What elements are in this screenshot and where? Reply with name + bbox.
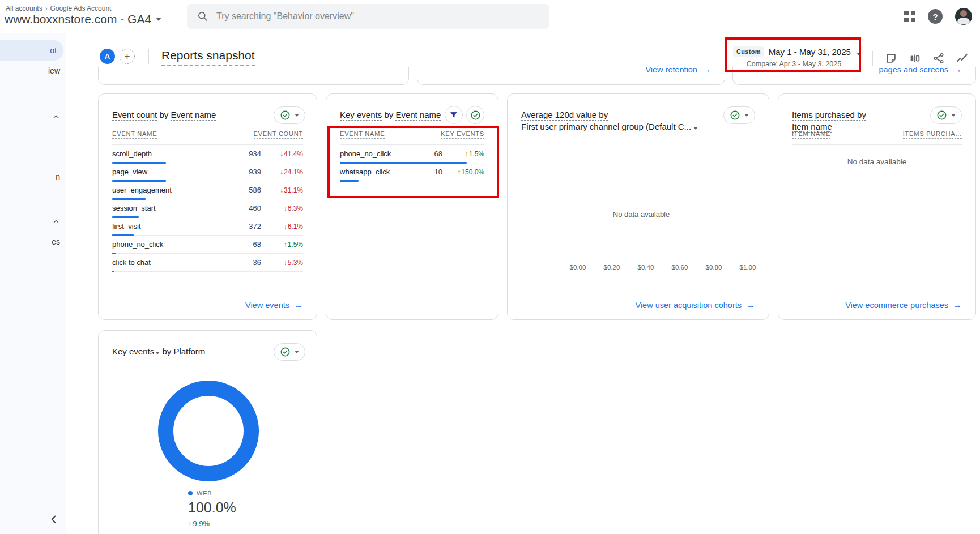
legend-value: 100.0%	[188, 499, 236, 516]
row-event-name: page_view	[112, 168, 232, 176]
table-row: phone_no_click68↑1.5%	[112, 236, 303, 254]
nav-item-user[interactable]: es	[52, 237, 60, 246]
page-title: Reports snapshot	[161, 49, 255, 66]
row-delta-value: 31.1%	[284, 186, 303, 194]
insights-icon[interactable]	[956, 52, 969, 65]
column-header-item-name[interactable]: ITEM NAME	[792, 130, 830, 139]
row-value: 934	[232, 149, 261, 158]
table-row: scroll_depth934↓41.4%	[112, 145, 303, 163]
row-value: 372	[232, 222, 261, 230]
donut-chart	[158, 381, 259, 481]
date-range-picker[interactable]: Custom May 1 - May 31, 2025 Compare: Apr…	[733, 46, 855, 68]
empty-bar-chart: No data available	[508, 137, 769, 260]
no-data-message: No data available	[778, 157, 975, 166]
report-toolbar	[872, 51, 969, 66]
legend-label: WEB	[197, 490, 212, 497]
user-avatar[interactable]	[955, 8, 972, 25]
column-header-key-events[interactable]: KEY EVENTS	[441, 130, 484, 139]
card-items-purchased: Items purchased by Item name ITEM NAME I…	[778, 93, 976, 320]
check-circle-icon	[280, 110, 291, 121]
share-icon[interactable]	[932, 52, 945, 65]
feedback-note-icon[interactable]	[884, 52, 898, 65]
search-bar[interactable]	[187, 4, 549, 29]
row-value: 10	[413, 168, 442, 176]
check-circle-icon	[936, 110, 947, 121]
nav-item-realtime-overview[interactable]: iew	[48, 66, 60, 75]
row-delta: ↓5.3%	[261, 259, 303, 267]
dimension-selector[interactable]: Platform	[173, 347, 205, 357]
metric-selector[interactable]: Items purchased by	[792, 110, 866, 121]
row-event-name: whatsapp_click	[340, 168, 413, 176]
data-quality-pill[interactable]	[930, 106, 962, 124]
dimension-selector[interactable]: Event name	[395, 110, 441, 121]
row-delta-value: 6.3%	[288, 204, 303, 212]
key-events-table: EVENT NAME KEY EVENTS phone_no_click68↑1…	[340, 130, 484, 181]
column-header-event-count[interactable]: EVENT COUNT	[254, 130, 303, 139]
metric-selector[interactable]: Event count	[112, 110, 157, 121]
date-custom-badge: Custom	[733, 46, 764, 57]
data-quality-pill[interactable]	[274, 106, 305, 124]
collapse-section-icon[interactable]	[52, 113, 60, 121]
card-event-count: Event count by Event name EVENT NAME EVE…	[98, 93, 317, 320]
date-compare-value: Compare: Apr 3 - May 3, 2025	[733, 60, 855, 68]
metric-selector[interactable]: Key events	[340, 110, 382, 121]
breadcrumb: All accounts › Google Ads Account	[6, 5, 111, 12]
no-data-message: No data available	[610, 209, 673, 220]
card-title: Key events by Event name	[340, 109, 441, 121]
row-event-name: session_start	[112, 204, 232, 212]
compare-data-icon[interactable]	[908, 52, 922, 65]
account-avatar[interactable]: A	[100, 49, 115, 64]
check-circle-icon	[730, 110, 740, 121]
dimension-selector[interactable]: First user primary channel group (Defaul…	[521, 121, 718, 133]
metric-selector[interactable]: Key events	[112, 347, 160, 356]
chevron-down-icon	[155, 352, 160, 354]
search-input[interactable]	[216, 11, 539, 22]
column-header-items-purchased[interactable]: ITEMS PURCHA...	[903, 130, 962, 139]
table-row: page_view939↓24.1%	[112, 163, 303, 181]
nav-item-lifecycle[interactable]: n	[56, 172, 60, 181]
row-event-name: click to chat	[112, 258, 232, 267]
filter-button[interactable]	[445, 106, 463, 124]
add-comparison-button[interactable]: +	[120, 49, 135, 64]
arrow-down-icon: ↓	[284, 259, 287, 267]
view-ecommerce-purchases-link[interactable]: View ecommerce purchases→	[845, 300, 962, 310]
row-delta: ↓6.3%	[261, 204, 303, 212]
metric-selector[interactable]: Average 120d value by	[521, 110, 608, 121]
column-header-event-name[interactable]: EVENT NAME	[112, 130, 157, 139]
row-delta: ↑1.5%	[442, 150, 484, 158]
view-user-acquisition-cohorts-link[interactable]: View user acquisition cohorts→	[635, 300, 755, 310]
collapse-nav-icon[interactable]	[48, 513, 60, 526]
data-quality-button[interactable]	[466, 106, 484, 124]
donut-legend: WEB 100.0% ↑ 9.9%	[188, 490, 236, 528]
arrow-down-icon: ↓	[280, 168, 283, 176]
property-selector[interactable]: www.boxxnstore.com - GA4	[5, 12, 161, 26]
chevron-down-icon	[295, 114, 299, 117]
gridline	[714, 137, 714, 260]
row-delta: ↓24.1%	[261, 168, 303, 176]
collapse-section-icon[interactable]	[52, 217, 60, 225]
table-header: EVENT NAME EVENT COUNT	[112, 130, 303, 145]
help-icon[interactable]: ?	[928, 9, 943, 24]
arrow-up-icon: ↑	[465, 150, 468, 158]
row-delta-value: 41.4%	[284, 150, 303, 158]
breadcrumb-all-accounts[interactable]: All accounts	[6, 5, 42, 12]
row-delta-value: 150.0%	[461, 168, 484, 176]
apps-grid-icon[interactable]	[904, 11, 915, 22]
data-quality-pill[interactable]	[274, 343, 305, 361]
nav-item-reports-snapshot[interactable]: ot	[0, 40, 63, 61]
column-header-event-name[interactable]: EVENT NAME	[340, 130, 385, 139]
view-events-link[interactable]: View events→	[245, 300, 303, 310]
row-bar	[340, 180, 359, 182]
gridline	[748, 137, 748, 260]
row-delta-value: 1.5%	[288, 241, 303, 249]
row-delta: ↓31.1%	[261, 186, 303, 194]
card-key-events: Key events by Event name EVENT NAME KEY …	[326, 93, 498, 320]
dimension-selector[interactable]: Event name	[171, 110, 216, 121]
left-nav: ot iew n es	[0, 33, 66, 534]
divider	[872, 51, 873, 66]
gridline	[646, 137, 646, 260]
card-title: Key events by Platform	[112, 345, 205, 357]
divider	[0, 211, 66, 211]
data-quality-pill[interactable]	[723, 106, 755, 124]
breadcrumb-google-ads-account[interactable]: Google Ads Account	[50, 5, 111, 12]
